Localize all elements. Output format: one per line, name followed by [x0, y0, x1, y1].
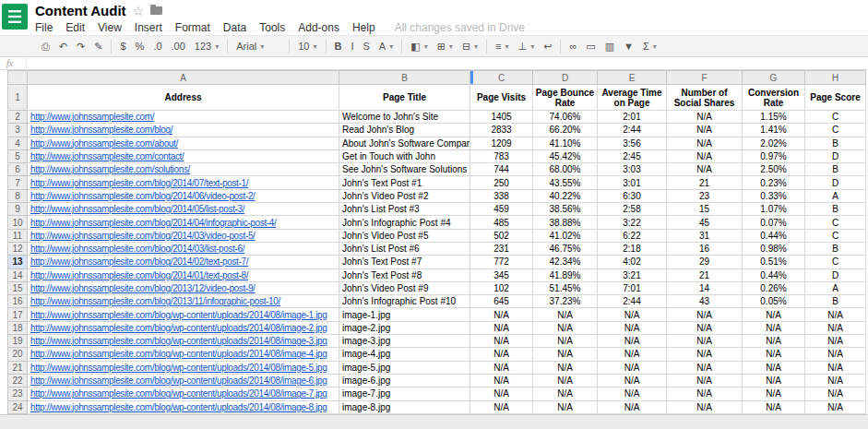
url-cell[interactable]: http://www.johnssamplesite.com/contact/ [28, 150, 339, 163]
italic-button[interactable]: I [346, 39, 358, 54]
page-title-cell[interactable]: John's Text Post #7 [339, 256, 470, 268]
data-cell[interactable]: 7:01 [598, 282, 667, 295]
data-cell[interactable]: 3:22 [598, 216, 667, 229]
row-header-23[interactable]: 23 [7, 387, 28, 400]
data-cell[interactable]: A [805, 282, 866, 295]
data-cell[interactable]: N/A [598, 375, 667, 387]
merge-cells-button[interactable]: ⊟▾ [458, 39, 482, 54]
data-cell[interactable]: 3:56 [598, 137, 667, 150]
data-cell[interactable]: N/A [533, 401, 598, 414]
data-cell[interactable]: N/A [805, 322, 866, 335]
page-title-cell[interactable]: John's Video Post #9 [339, 282, 470, 295]
url-cell[interactable]: http://www.johnssamplesite.com/blog/2014… [28, 230, 339, 243]
data-cell[interactable]: 42.34% [533, 256, 598, 268]
data-cell[interactable]: N/A [667, 137, 743, 150]
url-cell[interactable]: http://www.johnssamplesite.com/blog/2014… [28, 256, 339, 268]
data-cell[interactable]: 1209 [470, 137, 533, 150]
data-cell[interactable]: N/A [805, 348, 866, 361]
save-status-text[interactable]: All changes saved in Drive [395, 21, 525, 34]
print-icon[interactable]: ⎙ [37, 39, 54, 54]
menu-edit[interactable]: Edit [59, 20, 91, 35]
url-cell[interactable]: http://www.johnssamplesite.com/solutions… [28, 163, 339, 176]
data-cell[interactable]: N/A [667, 387, 743, 400]
data-cell[interactable]: 459 [470, 203, 533, 216]
borders-button[interactable]: ⊞▾ [433, 39, 458, 54]
folder-icon[interactable] [150, 6, 162, 15]
data-cell[interactable]: 0.51% [743, 256, 805, 268]
data-cell[interactable]: 45.42% [533, 150, 598, 163]
insert-link-button[interactable]: ∞ [565, 39, 581, 54]
data-cell[interactable]: 3:21 [598, 269, 667, 282]
data-cell[interactable]: 231 [470, 243, 533, 256]
data-cell[interactable]: 21 [667, 176, 743, 189]
url-cell[interactable]: http://www.johnssamplesite.com/blog/2014… [28, 203, 339, 216]
data-cell[interactable]: 2.02% [743, 137, 805, 150]
data-cell[interactable]: D [805, 269, 866, 282]
data-cell[interactable]: N/A [470, 348, 533, 361]
data-cell[interactable]: 66.20% [533, 124, 598, 137]
redo-icon[interactable]: ↷ [72, 39, 89, 54]
page-title-cell[interactable]: image-7.jpg [339, 387, 470, 400]
data-cell[interactable]: N/A [533, 348, 598, 361]
data-cell[interactable]: 68.00% [533, 163, 598, 176]
row-header-10[interactable]: 10 [7, 216, 28, 229]
page-title-cell[interactable]: image-1.jpg [339, 308, 470, 321]
text-wrap-button[interactable]: ↩ [539, 39, 556, 54]
data-cell[interactable]: N/A [743, 362, 805, 375]
fill-color-button[interactable]: ◧▾ [406, 39, 432, 54]
menu-help[interactable]: Help [346, 20, 382, 35]
data-cell[interactable]: B [805, 243, 866, 256]
data-cell[interactable]: 43 [667, 295, 743, 308]
data-cell[interactable]: N/A [805, 401, 866, 414]
data-cell[interactable]: C [805, 111, 866, 124]
sheets-logo-icon[interactable] [2, 4, 28, 30]
data-cell[interactable]: C [805, 124, 866, 137]
url-cell[interactable]: http://www.johnssamplesite.com/about/ [28, 137, 339, 150]
data-cell[interactable]: 51.45% [533, 282, 598, 295]
column-header-E[interactable]: E [598, 70, 667, 85]
data-cell[interactable]: N/A [667, 150, 743, 163]
data-cell[interactable]: N/A [667, 322, 743, 335]
font-family-select[interactable]: Arial▾ [232, 39, 285, 54]
insert-comment-button[interactable]: ▭ [581, 39, 600, 54]
data-cell[interactable]: 74.06% [533, 111, 598, 124]
data-cell[interactable]: B [805, 163, 866, 176]
page-title-cell[interactable]: image-8.jpg [339, 401, 470, 414]
data-cell[interactable]: 772 [470, 256, 533, 268]
data-cell[interactable]: 15 [667, 203, 743, 216]
data-cell[interactable]: 1405 [470, 111, 533, 124]
increase-decimals-button[interactable]: .00 [167, 39, 190, 54]
page-title-cell[interactable]: Get in Touch with John [339, 150, 470, 163]
data-cell[interactable]: 16 [667, 243, 743, 256]
data-cell[interactable]: N/A [533, 335, 598, 348]
data-cell[interactable]: B [805, 137, 866, 150]
menu-insert[interactable]: Insert [128, 20, 169, 35]
data-cell[interactable]: N/A [667, 375, 743, 387]
column-header-G[interactable]: G [743, 70, 805, 85]
row-header-7[interactable]: 7 [7, 176, 28, 189]
row-header-13[interactable]: 13 [7, 256, 28, 268]
data-cell[interactable]: N/A [667, 308, 743, 321]
data-cell[interactable]: N/A [533, 387, 598, 400]
row-header-2[interactable]: 2 [7, 111, 28, 124]
url-cell[interactable]: http://www.johnssamplesite.com/blog/wp-c… [28, 362, 339, 375]
data-cell[interactable]: 345 [470, 269, 533, 282]
data-cell[interactable]: N/A [598, 308, 667, 321]
data-cell[interactable]: N/A [743, 387, 805, 400]
page-title-cell[interactable]: John's Video Post #5 [339, 230, 470, 243]
page-title-cell[interactable]: image-5.jpg [339, 362, 470, 375]
data-cell[interactable]: N/A [667, 348, 743, 361]
data-cell[interactable]: N/A [470, 375, 533, 387]
data-cell[interactable]: 1.41% [743, 124, 805, 137]
data-cell[interactable]: 6:22 [598, 230, 667, 243]
url-cell[interactable]: http://www.johnssamplesite.com/blog/wp-c… [28, 308, 339, 321]
data-cell[interactable]: N/A [533, 375, 598, 387]
data-cell[interactable]: 744 [470, 163, 533, 176]
row-header-4[interactable]: 4 [7, 137, 28, 150]
menu-view[interactable]: View [91, 20, 128, 35]
data-cell[interactable]: N/A [743, 322, 805, 335]
data-cell[interactable]: N/A [667, 362, 743, 375]
url-cell[interactable]: http://www.johnssamplesite.com/blog/wp-c… [28, 322, 339, 335]
data-cell[interactable]: 2:45 [598, 150, 667, 163]
url-cell[interactable]: http://www.johnssamplesite.com/blog/2014… [28, 269, 339, 282]
